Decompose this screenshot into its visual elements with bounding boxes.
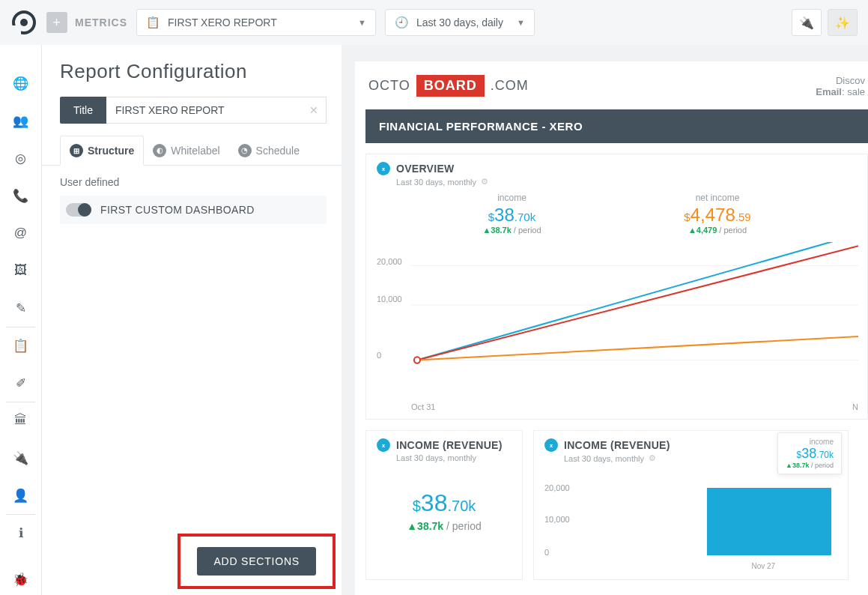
widgets-row-2: x INCOME (REVENUE) Last 30 days, monthly… <box>365 430 868 580</box>
image-icon: 🖼 <box>14 263 27 278</box>
nav-plug[interactable]: 🔌 <box>0 442 41 474</box>
marker-icon: ✐ <box>16 375 26 391</box>
brand-part1: OCTO <box>368 78 410 94</box>
metrics-button[interactable]: + METRICS <box>46 12 127 33</box>
nav-edit[interactable]: ✎ <box>0 292 41 324</box>
xero-icon: x <box>377 162 390 175</box>
plug-button[interactable]: 🔌 <box>792 9 822 36</box>
clear-title-icon[interactable]: ✕ <box>309 104 318 116</box>
widget-income-chart: x INCOME (REVENUE) Last 30 days, monthly… <box>533 430 849 580</box>
dashboard-toggle[interactable] <box>66 203 91 217</box>
globe-icon: 🌐 <box>13 76 28 91</box>
overview-xlabels: Oct 31 N <box>366 401 867 419</box>
schedule-icon: ◔ <box>238 144 252 157</box>
user-circle-icon: 👤 <box>13 488 28 504</box>
svg-rect-2 <box>10 25 21 36</box>
metric-netincome: net income $4,478.59 ▲4,479 / period <box>684 193 750 235</box>
config-heading: Report Configuration <box>60 60 327 83</box>
add-sections-highlight: ADD SECTIONS <box>177 534 336 589</box>
tab-structure-label: Structure <box>88 145 134 157</box>
tab-whitelabel[interactable]: ◐ Whitelabel <box>144 136 228 165</box>
clipboard-icon: 📋 <box>146 16 160 29</box>
phone-icon: 📞 <box>13 188 28 204</box>
structure-icon: ⊞ <box>70 144 83 157</box>
nav-image[interactable]: 🖼 <box>0 255 41 286</box>
bar-income <box>707 488 831 555</box>
title-input-value: FIRST XERO REPORT <box>115 104 225 116</box>
clipboard-icon: 📋 <box>13 338 28 354</box>
app-logo <box>10 9 37 36</box>
overview-metrics: income $38.70k ▲38.7k / period net incom… <box>366 187 867 238</box>
daterange-value: Last 30 days, daily <box>416 16 509 28</box>
section-title-banner: FINANCIAL PERFORMANCE - XERO <box>365 109 868 143</box>
bug-icon: 🐞 <box>13 572 28 588</box>
xero-icon: x <box>377 438 390 452</box>
metrics-label: METRICS <box>75 16 127 28</box>
income-bar-chart: 20,000 10,000 0 Nov 27 <box>544 467 840 570</box>
brand-part3: .COM <box>491 78 529 94</box>
widget-overview: x OVERVIEW Last 30 days, monthly ⚙ incom… <box>365 154 868 420</box>
report-brand: OCTO BOARD .COM <box>368 75 529 97</box>
whitelabel-icon: ◐ <box>153 144 166 157</box>
plug-icon: 🔌 <box>13 450 28 466</box>
chevron-down-icon: ▼ <box>517 18 525 27</box>
nav-bank[interactable]: 🏛 <box>0 405 41 436</box>
nav-users[interactable]: 👥 <box>0 105 41 136</box>
info-icon: ℹ <box>19 525 23 541</box>
settings-button[interactable]: ✨ <box>828 9 858 36</box>
title-input[interactable]: FIRST XERO REPORT ✕ <box>106 97 327 124</box>
report-selector-value: FIRST XERO REPORT <box>168 16 350 28</box>
tab-structure[interactable]: ⊞ Structure <box>60 136 144 166</box>
bank-icon: 🏛 <box>14 413 27 428</box>
toggle-knob <box>78 203 91 217</box>
report-preview: OCTO BOARD .COM Discov Email: sale FINAN… <box>342 45 868 595</box>
add-sections-button[interactable]: ADD SECTIONS <box>197 547 316 576</box>
left-nav-rail: 🌐 👥 ◎ 📞 @ 🖼 ✎ 📋 ✐ 🏛 🔌 👤 ℹ 🐞 <box>0 45 42 595</box>
title-field-row: Title FIRST XERO REPORT ✕ <box>60 97 327 124</box>
svg-point-1 <box>20 19 28 26</box>
tab-schedule[interactable]: ◔ Schedule <box>229 136 309 165</box>
nav-info[interactable]: ℹ <box>0 517 41 549</box>
tab-schedule-label: Schedule <box>256 145 300 157</box>
income-big-metric: $38.70k ▲38.7k / period <box>366 462 522 559</box>
header-line2: Email: sale <box>816 86 865 97</box>
users-icon: 👥 <box>13 113 28 129</box>
xero-icon: x <box>544 438 558 452</box>
report-header-right: Discov Email: sale <box>816 75 868 97</box>
user-defined-label: User defined <box>60 176 327 188</box>
topbar: + METRICS 📋 FIRST XERO REPORT ▼ 🕘 Last 3… <box>0 0 868 45</box>
metric-income: income $38.70k ▲38.7k / period <box>482 193 541 235</box>
nav-marker[interactable]: ✐ <box>0 367 41 399</box>
dashboard-list-item[interactable]: FIRST CUSTOM DASHBOARD <box>60 196 327 224</box>
report-selector[interactable]: 📋 FIRST XERO REPORT ▼ <box>136 9 376 36</box>
widget-overview-title: OVERVIEW <box>396 163 455 175</box>
widgets-container: x OVERVIEW Last 30 days, monthly ⚙ incom… <box>355 154 868 580</box>
widget-income-card: x INCOME (REVENUE) Last 30 days, monthly… <box>365 430 523 580</box>
gear-icon[interactable]: ⚙ <box>481 177 488 187</box>
daterange-selector[interactable]: 🕘 Last 30 days, daily ▼ <box>385 9 535 36</box>
nav-at[interactable]: @ <box>0 217 41 249</box>
nav-target[interactable]: ◎ <box>0 142 41 174</box>
tab-whitelabel-label: Whitelabel <box>171 145 219 157</box>
nav-phone[interactable]: 📞 <box>0 180 41 211</box>
gear-icon[interactable]: ⚙ <box>649 453 656 463</box>
title-label: Title <box>60 97 106 124</box>
nav-account[interactable]: 👤 <box>0 480 41 511</box>
brand-part2: BOARD <box>416 75 485 97</box>
widget-cutoff <box>859 430 868 580</box>
report-page: OCTO BOARD .COM Discov Email: sale FINAN… <box>355 61 868 595</box>
plug-icon: 🔌 <box>799 16 814 30</box>
plus-icon: + <box>46 12 67 33</box>
nav-clipboard[interactable]: 📋 <box>0 330 41 361</box>
chevron-down-icon: ▼ <box>358 18 366 27</box>
sparkle-icon: ✨ <box>835 16 850 30</box>
pencil-icon: ✎ <box>16 300 26 316</box>
target-icon: ◎ <box>15 151 26 166</box>
nav-bug[interactable]: 🐞 <box>0 564 41 595</box>
svg-point-6 <box>414 357 420 363</box>
nav-globe[interactable]: 🌐 <box>0 67 41 99</box>
widget-overview-subtitle: Last 30 days, monthly ⚙ <box>366 177 867 187</box>
report-header: OCTO BOARD .COM Discov Email: sale <box>355 61 868 109</box>
widget-overview-head: x OVERVIEW <box>366 154 867 177</box>
config-tabs: ⊞ Structure ◐ Whitelabel ◔ Schedule <box>42 136 342 166</box>
